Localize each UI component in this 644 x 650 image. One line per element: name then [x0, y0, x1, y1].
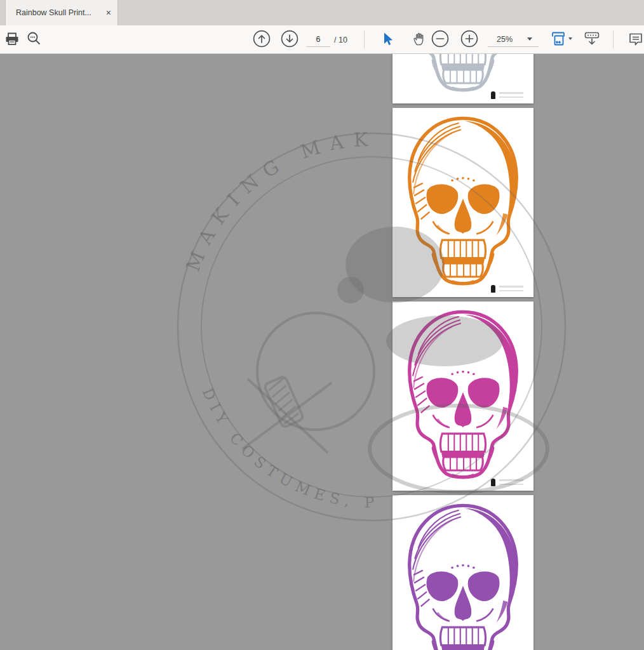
page-brand-mark — [491, 478, 523, 486]
comment-bubble-icon — [627, 30, 644, 47]
brand-text-lines — [499, 284, 523, 293]
pdf-page[interactable] — [392, 54, 533, 103]
pdf-page[interactable] — [392, 108, 533, 297]
pdf-viewer-window: Rainbow Skull Print... × — [0, 0, 644, 650]
brand-logo-icon — [491, 479, 495, 486]
zoom-out-button[interactable] — [431, 29, 450, 48]
previous-page-button[interactable] — [252, 29, 271, 48]
fit-width-page-icon — [550, 30, 567, 47]
hand-icon — [411, 30, 427, 46]
brand-watermark: MAKING MAK DIY COSTUMES, P — [0, 54, 644, 650]
toolbar-separator — [613, 30, 614, 49]
page-count-label: / 10 — [334, 36, 347, 44]
brand-logo-icon — [491, 91, 495, 99]
svg-text:MAKING MAK: MAKING MAK — [182, 128, 378, 275]
hand-tool-button[interactable] — [409, 29, 428, 48]
zoom-level-value: 25% — [497, 35, 527, 44]
cursor-arrow-icon — [380, 31, 396, 46]
skull-illustration — [396, 54, 530, 96]
toolbar-separator — [364, 30, 365, 49]
pdf-page[interactable] — [392, 495, 533, 650]
arrow-up-circle-icon — [253, 30, 271, 48]
watermark-bottom-text: DIY COSTUMES, P — [199, 385, 380, 510]
tab-title: Rainbow Skull Print... — [16, 8, 101, 17]
page-brand-mark — [491, 284, 523, 293]
plus-circle-icon — [460, 30, 478, 48]
watermark-top-text: MAKING MAK — [182, 128, 378, 275]
marquee-zoom-button[interactable] — [24, 29, 43, 48]
pages-column — [392, 54, 533, 650]
dropdown-caret-icon — [568, 37, 572, 40]
minus-circle-icon — [431, 30, 449, 48]
print-button[interactable] — [3, 29, 22, 48]
document-canvas[interactable]: MAKING MAK DIY COSTUMES, P — [0, 54, 644, 650]
skull-illustration — [396, 501, 530, 650]
collapse-toolbar-icon — [583, 30, 601, 48]
zoom-in-button[interactable] — [460, 29, 479, 48]
dropdown-caret-icon — [527, 37, 532, 41]
zoom-level-dropdown[interactable]: 25% — [488, 32, 539, 47]
hide-toolbar-button[interactable] — [582, 29, 601, 48]
page-brand-mark — [491, 91, 523, 99]
select-tool-button[interactable] — [379, 29, 398, 48]
main-toolbar: / 10 25% — [0, 25, 644, 54]
comment-button[interactable] — [626, 29, 644, 48]
brand-text-lines — [499, 478, 523, 486]
pdf-page[interactable] — [392, 302, 533, 491]
arrow-down-circle-icon — [281, 30, 299, 48]
page-number-input[interactable] — [306, 32, 330, 47]
loupe-dots-icon — [26, 30, 42, 46]
brand-text-lines — [499, 91, 523, 99]
page-fit-mode-button[interactable] — [547, 29, 574, 48]
svg-text:DIY COSTUMES, P: DIY COSTUMES, P — [199, 385, 380, 510]
skull-illustration — [396, 114, 530, 289]
brand-logo-icon — [491, 285, 495, 293]
skull-illustration — [396, 308, 530, 483]
document-tab[interactable]: Rainbow Skull Print... × — [5, 0, 118, 25]
tab-bar: Rainbow Skull Print... × — [0, 0, 644, 25]
next-page-button[interactable] — [280, 29, 299, 48]
printer-icon — [4, 31, 20, 46]
tab-close-icon[interactable]: × — [106, 8, 111, 17]
